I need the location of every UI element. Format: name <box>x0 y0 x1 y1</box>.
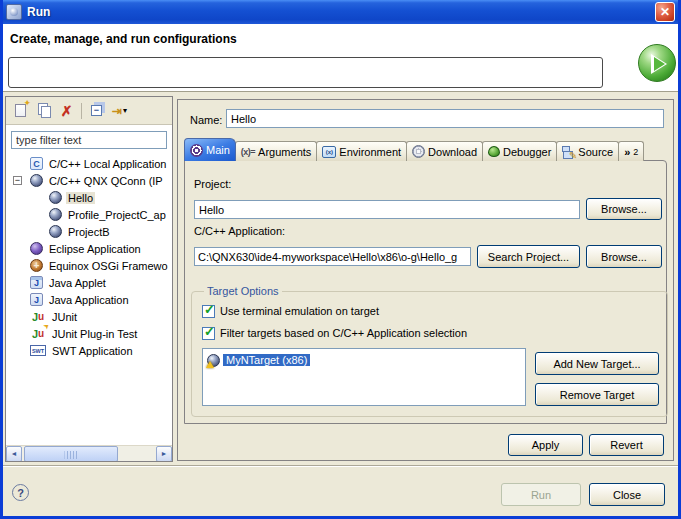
tree-item-junit[interactable]: Ju JUnit <box>6 308 172 325</box>
junit-icon: Ju <box>30 310 46 323</box>
tab-source[interactable]: Source <box>556 141 619 161</box>
toolbar-separator <box>81 103 82 119</box>
tree-item-java-applet[interactable]: J Java Applet <box>6 274 172 291</box>
target-options-group: Target Options ✓ Use terminal emulation … <box>191 285 668 417</box>
tab-overflow[interactable]: »2 <box>618 141 644 161</box>
tree-item-junit-plugin-test[interactable]: Ju JUnit Plug-in Test <box>6 325 172 342</box>
debugger-bug-icon <box>488 146 500 157</box>
arguments-icon: (x)= <box>241 147 255 157</box>
close-button[interactable]: Close <box>589 483 665 506</box>
tree-item-profile-projectc[interactable]: Profile_ProjectC_ap <box>6 206 172 223</box>
tree-item-hello[interactable]: Hello <box>6 189 172 206</box>
tree-item-projectb[interactable]: ProjectB <box>6 223 172 240</box>
collapse-all-button[interactable]: − <box>85 100 108 122</box>
target-list[interactable]: MyNTarget (x86) <box>202 348 526 406</box>
qnx-target-icon <box>30 174 43 187</box>
revert-button[interactable]: Revert <box>589 434 664 456</box>
remove-target-button[interactable]: Remove Target <box>535 383 659 406</box>
play-triangle <box>654 57 665 71</box>
target-icon <box>207 354 220 367</box>
tab-bar: Main (x)= Arguments (x) Environment Down… <box>184 138 644 161</box>
expander-icon[interactable]: − <box>13 176 22 185</box>
search-project-button[interactable]: Search Project... <box>477 245 580 268</box>
junit-plugin-icon: Ju <box>30 327 46 340</box>
checkbox-check-icon: ✓ <box>204 302 215 317</box>
tab-environment[interactable]: (x) Environment <box>316 141 407 161</box>
download-icon <box>412 145 425 158</box>
footer-separator <box>3 465 678 467</box>
header-banner: Create, manage, and run configurations <box>3 24 678 92</box>
configuration-detail-panel: Name: Main (x)= Arguments (x) Environmen… <box>177 99 674 461</box>
add-new-target-button[interactable]: Add New Target... <box>535 352 659 375</box>
configurations-toolbar: ✗ − ⇥▾ <box>6 97 172 125</box>
dropdown-caret-icon[interactable]: ▾ <box>123 106 127 115</box>
tree-item-equinox-osgi[interactable]: Equinox OSGi Framewo <box>6 257 172 274</box>
run-button[interactable]: Run <box>501 483 581 506</box>
tree-item-eclipse-application[interactable]: Eclipse Application <box>6 240 172 257</box>
new-configuration-icon <box>15 104 26 117</box>
qnx-target-icon <box>49 225 62 238</box>
window-title: Run <box>27 5 650 19</box>
name-input[interactable] <box>226 109 664 128</box>
filter-configurations-button[interactable]: ⇥▾ <box>108 100 131 122</box>
window-icon <box>6 4 22 20</box>
message-area <box>8 57 603 88</box>
qnx-target-icon <box>49 191 62 204</box>
tab-main[interactable]: Main <box>184 138 236 161</box>
c-icon: C <box>30 157 43 170</box>
tree-item-swt-application[interactable]: SWT SWT Application <box>6 342 172 359</box>
checkbox-check-icon: ✓ <box>204 324 215 339</box>
swt-icon: SWT <box>30 345 46 356</box>
scroll-left-icon[interactable]: ◄ <box>6 446 22 462</box>
close-icon[interactable]: ✕ <box>655 2 675 22</box>
filter-icon: ⇥ <box>112 105 122 117</box>
help-button[interactable]: ? <box>12 484 29 501</box>
delete-icon: ✗ <box>61 104 73 118</box>
filter-targets-checkbox[interactable]: ✓ <box>202 327 215 340</box>
bullseye-icon <box>190 144 203 157</box>
run-wizard-icon <box>638 44 676 82</box>
page-title: Create, manage, and run configurations <box>10 32 237 46</box>
terminal-emulation-label[interactable]: Use terminal emulation on target <box>220 305 379 317</box>
java-application-icon: J <box>30 293 43 306</box>
application-input[interactable] <box>194 247 471 266</box>
duplicate-configuration-button[interactable] <box>32 100 55 122</box>
tab-download[interactable]: Download <box>406 141 483 161</box>
name-label: Name: <box>190 114 222 126</box>
scroll-right-icon[interactable]: ► <box>156 446 172 462</box>
tree-item-java-application[interactable]: J Java Application <box>6 291 172 308</box>
titlebar[interactable]: Run ✕ <box>3 0 678 24</box>
tab-debugger[interactable]: Debugger <box>482 141 557 161</box>
eclipse-icon <box>30 242 43 255</box>
source-icon <box>562 145 575 158</box>
application-label: C/C++ Application: <box>194 225 285 237</box>
qnx-target-icon <box>49 208 62 221</box>
target-warning-icon <box>206 361 214 368</box>
browse-project-button[interactable]: Browse... <box>586 198 662 220</box>
collapse-all-icon: − <box>91 105 102 116</box>
delete-configuration-button[interactable]: ✗ <box>55 100 78 122</box>
filter-input[interactable] <box>11 131 167 149</box>
configurations-panel: ✗ − ⇥▾ C C/C++ Local Application − C/C++… <box>5 96 173 462</box>
target-options-title: Target Options <box>204 285 282 297</box>
project-input[interactable] <box>194 200 580 219</box>
equinox-icon <box>30 259 43 272</box>
tree-item-cpp-local-application[interactable]: C C/C++ Local Application <box>6 155 172 172</box>
browse-application-button[interactable]: Browse... <box>586 245 662 268</box>
filter-targets-label[interactable]: Filter targets based on C/C++ Applicatio… <box>220 327 467 339</box>
terminal-emulation-checkbox[interactable]: ✓ <box>202 305 215 318</box>
new-configuration-button[interactable] <box>9 100 32 122</box>
horizontal-scrollbar[interactable]: ◄ ► <box>6 445 172 461</box>
java-applet-icon: J <box>30 276 43 289</box>
project-label: Project: <box>194 178 231 190</box>
scrollbar-thumb[interactable] <box>24 446 118 462</box>
target-list-item[interactable]: MyNTarget (x86) <box>207 352 521 368</box>
overflow-tabs-icon: » <box>624 146 630 158</box>
duplicate-icon <box>41 106 51 118</box>
apply-button[interactable]: Apply <box>508 434 583 456</box>
tree-item-cpp-qnx-qconn[interactable]: − C/C++ QNX QConn (IP <box>6 172 172 189</box>
configurations-tree: C C/C++ Local Application − C/C++ QNX QC… <box>6 153 172 359</box>
run-dialog: Run ✕ Create, manage, and run configurat… <box>0 0 681 519</box>
tab-arguments[interactable]: (x)= Arguments <box>235 141 317 161</box>
environment-icon: (x) <box>322 146 336 158</box>
